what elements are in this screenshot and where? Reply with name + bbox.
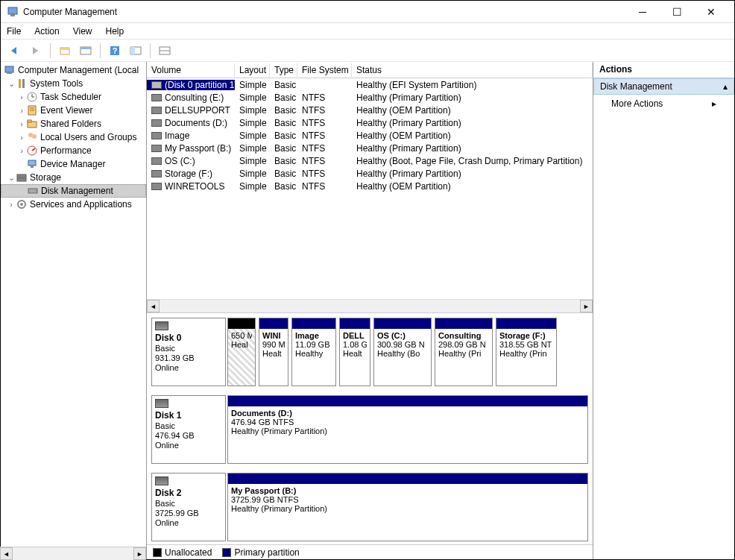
collapse-icon[interactable]: ⌄ — [7, 173, 16, 183]
svg-rect-5 — [81, 47, 91, 49]
partition[interactable]: Consulting298.09 GB NHealthy (Pri — [435, 318, 493, 386]
properties-button[interactable] — [78, 43, 94, 59]
close-button[interactable]: ✕ — [694, 1, 728, 23]
volume-row[interactable]: Consulting (E:)SimpleBasicNTFSHealthy (P… — [147, 91, 593, 104]
tree-task-scheduler[interactable]: ›Task Scheduler — [1, 90, 146, 104]
col-layout[interactable]: Layout — [235, 63, 270, 77]
forward-button[interactable] — [28, 43, 44, 59]
tree-storage[interactable]: ⌄Storage — [1, 171, 146, 184]
partition[interactable]: Documents (D:)476.94 GB NTFSHealthy (Pri… — [227, 395, 588, 464]
col-status[interactable]: Status — [352, 63, 593, 77]
svg-point-25 — [32, 134, 37, 139]
tree-performance[interactable]: ›Performance — [1, 144, 146, 157]
volume-row[interactable]: Storage (F:)SimpleBasicNTFSHealthy (Prim… — [147, 167, 593, 180]
volume-row[interactable]: My Passport (B:)SimpleBasicNTFSHealthy (… — [147, 142, 593, 154]
partition[interactable]: My Passport (B:)3725.99 GB NTFSHealthy (… — [227, 473, 588, 541]
volume-fs: NTFS — [297, 181, 352, 192]
expand-icon[interactable]: › — [7, 200, 16, 209]
volume-row[interactable]: (Disk 0 partition 1)SimpleBasicHealthy (… — [147, 78, 593, 91]
svg-rect-0 — [8, 7, 17, 14]
partition-body: Storage (F:)318.55 GB NTHealthy (Prin — [496, 329, 556, 386]
svg-point-33 — [35, 190, 37, 192]
volume-type: Basic — [270, 169, 297, 179]
help-button[interactable]: ? — [107, 43, 123, 59]
scroll-right-icon[interactable]: ► — [133, 547, 146, 560]
partition[interactable]: WINI990 MHealt — [259, 318, 288, 386]
actions-panel: Actions Disk Management▴ More Actions▸ — [593, 62, 734, 559]
partition[interactable]: 650 MHeal — [227, 318, 256, 386]
col-type[interactable]: Type — [270, 63, 297, 77]
partition[interactable]: Image11.09 GBHealthy — [291, 318, 336, 386]
svg-rect-14 — [19, 79, 21, 88]
volume-type: Basic — [270, 143, 297, 154]
menu-help[interactable]: Help — [106, 26, 124, 37]
volume-row[interactable]: WINRETOOLSSimpleBasicNTFSHealthy (OEM Pa… — [147, 180, 593, 192]
tree-disk-management[interactable]: Disk Management — [1, 184, 146, 198]
refresh-button[interactable] — [57, 43, 73, 59]
volume-name: Documents (D:) — [147, 118, 235, 128]
actions-selection[interactable]: Disk Management▴ — [593, 78, 734, 95]
col-volume[interactable]: Volume — [147, 63, 235, 77]
volume-fs: NTFS — [297, 169, 352, 179]
menubar: File Action View Help — [1, 23, 734, 40]
back-button[interactable] — [7, 43, 23, 59]
disk-block: Disk 2Basic3725.99 GBOnlineMy Passport (… — [151, 473, 588, 541]
tree-hscroll[interactable]: ◄ ► — [0, 547, 146, 560]
settings-button[interactable] — [157, 43, 173, 59]
expand-icon[interactable]: › — [17, 119, 26, 128]
drive-icon — [151, 145, 162, 152]
scroll-track[interactable] — [13, 547, 133, 560]
expand-icon[interactable]: › — [17, 133, 26, 142]
menu-action[interactable]: Action — [34, 26, 59, 37]
scroll-track[interactable] — [160, 300, 580, 312]
actions-more[interactable]: More Actions▸ — [593, 95, 734, 113]
minimize-button[interactable]: ─ — [625, 1, 660, 23]
volume-row[interactable]: ImageSimpleBasicNTFSHealthy (OEM Partiti… — [147, 129, 593, 142]
disk-label[interactable]: Disk 0Basic931.39 GBOnline — [151, 318, 226, 386]
tree-local-users[interactable]: ›Local Users and Groups — [1, 130, 146, 144]
volume-fs: NTFS — [297, 118, 352, 128]
scroll-left-icon[interactable]: ◄ — [0, 547, 13, 560]
expand-icon[interactable]: › — [17, 146, 26, 155]
tree-root[interactable]: Computer Management (Local — [1, 63, 146, 77]
drive-icon — [151, 157, 162, 165]
volume-type: Basic — [270, 130, 297, 141]
collapse-icon[interactable]: ⌄ — [7, 79, 16, 89]
tree-event-viewer[interactable]: ›Event Viewer — [1, 104, 146, 117]
partition[interactable]: DELL1.08 GHealt — [339, 318, 370, 386]
tree-shared-folders[interactable]: ›Shared Folders — [1, 117, 146, 130]
volume-row[interactable]: OS (C:)SimpleBasicNTFSHealthy (Boot, Pag… — [147, 154, 593, 167]
menu-file[interactable]: File — [7, 26, 21, 37]
maximize-button[interactable]: ☐ — [660, 1, 694, 23]
col-filesystem[interactable]: File System — [297, 63, 352, 77]
expand-icon[interactable]: › — [17, 92, 26, 101]
volume-hscroll[interactable]: ◄ ► — [147, 299, 593, 312]
disk-label[interactable]: Disk 2Basic3725.99 GBOnline — [151, 473, 226, 541]
svg-rect-13 — [7, 72, 12, 74]
toolbar: ? — [1, 40, 734, 62]
partition-header — [435, 318, 492, 329]
tree-systools[interactable]: ⌄System Tools — [1, 77, 146, 90]
volume-fs: NTFS — [297, 105, 352, 116]
partition[interactable]: Storage (F:)318.55 GB NTHealthy (Prin — [496, 318, 557, 386]
scroll-right-icon[interactable]: ► — [580, 300, 593, 312]
partition-body: WINI990 MHealt — [259, 329, 288, 386]
volume-row[interactable]: DELLSUPPORTSimpleBasicNTFSHealthy (OEM P… — [147, 104, 593, 116]
disk-graphical-view: Disk 0Basic931.39 GBOnline650 MHealWINI9… — [147, 313, 593, 544]
menu-view[interactable]: View — [73, 26, 92, 37]
tree-device-manager[interactable]: Device Manager — [1, 157, 146, 171]
tree-panel: Computer Management (Local ⌄System Tools… — [1, 62, 147, 559]
volume-row[interactable]: Documents (D:)SimpleBasicNTFSHealthy (Pr… — [147, 116, 593, 129]
scroll-left-icon[interactable]: ◄ — [147, 300, 160, 312]
partition[interactable]: OS (C:)300.98 GB NHealthy (Bo — [373, 318, 432, 386]
volume-status: Healthy (OEM Partition) — [352, 105, 593, 116]
disk-label[interactable]: Disk 1Basic476.94 GBOnline — [151, 395, 226, 464]
collapse-icon: ▴ — [723, 81, 728, 92]
volume-layout: Simple — [235, 181, 270, 192]
view-button[interactable] — [127, 43, 144, 59]
expand-icon[interactable]: › — [17, 106, 26, 115]
volume-layout: Simple — [235, 92, 270, 103]
volume-fs: NTFS — [297, 92, 352, 103]
volume-status: Healthy (Primary Partition) — [352, 92, 593, 103]
tree-services[interactable]: ›Services and Applications — [1, 198, 146, 211]
